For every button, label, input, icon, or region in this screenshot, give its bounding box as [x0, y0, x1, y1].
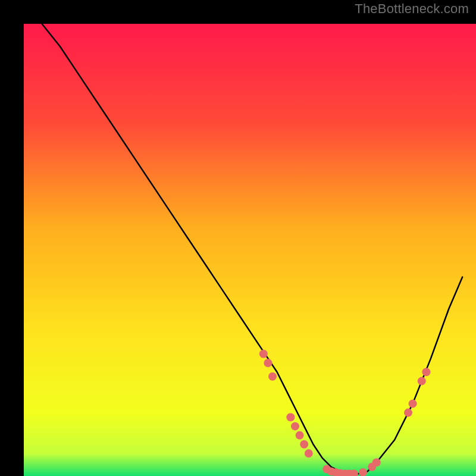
- data-dot: [404, 409, 412, 417]
- data-dot: [264, 359, 272, 367]
- data-dot: [291, 422, 299, 430]
- data-dot: [409, 399, 417, 408]
- watermark-text: TheBottleneck.com: [355, 1, 469, 17]
- data-dot: [286, 413, 295, 421]
- data-dot: [305, 449, 313, 458]
- data-dot: [268, 372, 277, 381]
- chart-frame: [12, 12, 464, 464]
- data-dot: [259, 350, 268, 358]
- bottleneck-chart: [24, 24, 476, 476]
- data-dot: [300, 440, 308, 449]
- data-dot: [418, 377, 426, 385]
- data-dot: [296, 431, 304, 440]
- data-dot: [422, 368, 430, 376]
- data-dot: [372, 458, 381, 466]
- gradient-background: [24, 24, 476, 476]
